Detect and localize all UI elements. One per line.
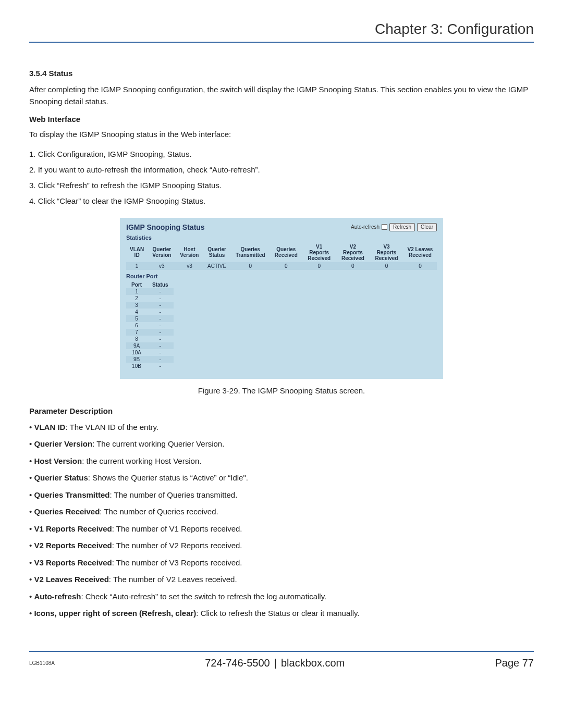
list-item: V1 Reports Received: The number of V1 Re… (29, 523, 534, 535)
igmp-status-panel: IGMP Snooping Status Auto-refresh Refres… (120, 218, 443, 379)
statistics-table: VLAN ID Querier Version Host Version Que… (126, 243, 437, 270)
col-v3-reports: V3 Reports Received (370, 243, 403, 262)
model-number: LGB1108A (29, 660, 55, 666)
table-row: 10B- (126, 363, 174, 369)
col-queries-received: Queries Received (270, 243, 302, 262)
table-row: 1 v3 v3 ACTIVE 0 0 0 0 0 0 (126, 262, 437, 270)
page-number: Page 77 (495, 657, 534, 669)
steps-list: 1. Click Configuration, IGMP Snooping, S… (29, 148, 534, 207)
table-row: 8- (126, 336, 174, 342)
router-port-table: Port Status 1- 2- 3- 4- 5- 6- 7- 8- 9A- … (126, 281, 174, 369)
col-host-version: Host Version (176, 243, 203, 262)
auto-refresh-checkbox[interactable] (382, 224, 387, 230)
table-row: 4- (126, 309, 174, 315)
list-item: VLAN ID: The VLAN ID of the entry. (29, 422, 534, 434)
col-status: Status (147, 281, 174, 288)
chapter-title: Chapter 3: Configuration (29, 21, 534, 43)
list-item: Queries Transmitted: The number of Queri… (29, 489, 534, 501)
page-footer: LGB1108A 724-746-5500|blackbox.com Page … (29, 651, 534, 669)
list-item: Host Version: the current working Host V… (29, 455, 534, 467)
table-row: 1- (126, 288, 174, 295)
web-interface-heading: Web Interface (29, 115, 534, 124)
router-port-label: Router Port (126, 273, 437, 279)
step-2: 2. If you want to auto-refresh the infor… (29, 164, 534, 176)
web-interface-intro: To display the IGMP Snooping status in t… (29, 129, 534, 141)
table-row: 9B- (126, 356, 174, 363)
statistics-label: Statistics (126, 235, 437, 241)
panel-title: IGMP Snooping Status (126, 223, 205, 231)
step-4: 4. Click “Clear” to clear the IGMP Snoop… (29, 195, 534, 207)
table-row: 2- (126, 295, 174, 302)
list-item: Querier Version: The current working Que… (29, 438, 534, 450)
table-row: 3- (126, 302, 174, 309)
list-item: V3 Reports Received: The number of V3 Re… (29, 557, 534, 569)
parameter-description-heading: Parameter Description (29, 406, 534, 415)
col-querier-status: Querier Status (203, 243, 230, 262)
step-1: 1. Click Configuration, IGMP Snooping, S… (29, 148, 534, 161)
table-row: 6- (126, 322, 174, 329)
table-row: 9A- (126, 342, 174, 349)
col-v2-reports: V2 Reports Received (336, 243, 370, 262)
list-item: Queries Received: The number of Queries … (29, 506, 534, 518)
list-item: Icons, upper right of screen (Refresh, c… (29, 608, 534, 620)
auto-refresh-label: Auto-refresh (351, 224, 380, 230)
section-heading: 3.5.4 Status (29, 69, 534, 78)
step-3: 3. Click “Refresh” to refresh the IGMP S… (29, 179, 534, 192)
col-v2-leaves: V2 Leaves Received (403, 243, 437, 262)
table-row: 7- (126, 329, 174, 336)
footer-contact: 724-746-5500|blackbox.com (205, 657, 345, 669)
table-row: 5- (126, 315, 174, 322)
col-vlan-id: VLAN ID (126, 243, 148, 262)
col-querier-version: Querier Version (148, 243, 176, 262)
col-v1-reports: V1 Reports Received (302, 243, 336, 262)
parameter-list: VLAN ID: The VLAN ID of the entry. Queri… (29, 422, 534, 620)
col-port: Port (126, 281, 147, 288)
list-item: Auto-refresh: Check “Auto-refresh” to se… (29, 591, 534, 603)
section-intro: After completing the IGMP Snooping confi… (29, 84, 534, 107)
figure-caption: Figure 3-29. The IGMP Snooping Status sc… (29, 386, 534, 395)
list-item: V2 Reports Received: The number of V2 Re… (29, 540, 534, 552)
refresh-button[interactable]: Refresh (389, 223, 415, 231)
col-queries-transmitted: Queries Transmitted (231, 243, 270, 262)
table-row: 10A- (126, 349, 174, 356)
list-item: Querier Status: Shows the Querier status… (29, 472, 534, 484)
clear-button[interactable]: Clear (417, 223, 437, 231)
list-item: V2 Leaves Received: The number of V2 Lea… (29, 574, 534, 586)
